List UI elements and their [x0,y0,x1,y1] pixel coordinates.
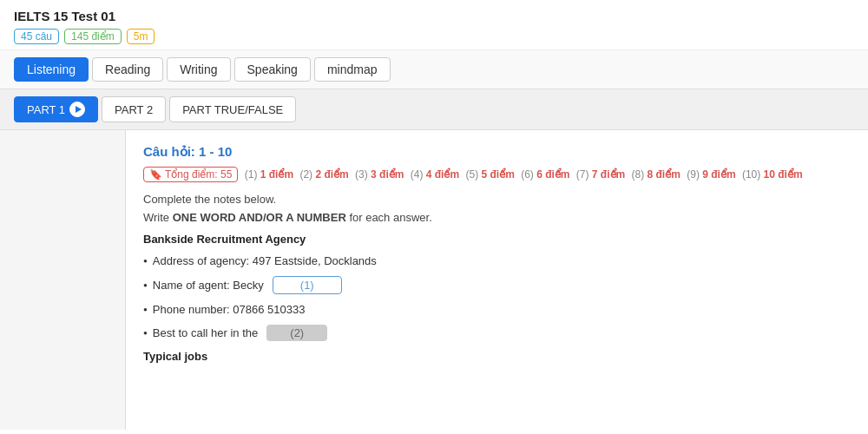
score-row: 🔖 Tổng điểm: 55 (1) 1 điểm (2) 2 điểm (3… [143,167,851,182]
score-item-6: (6) 6 điểm [518,168,570,181]
top-bar: IELTS 15 Test 01 45 câu 145 điểm 5m [0,0,868,50]
answer-input-1[interactable] [273,276,342,294]
instruction-2: Write ONE WORD AND/OR A NUMBER for each … [143,211,851,224]
bullet-phone: Phone number: 07866 510333 [143,303,851,316]
badge-questions: 45 câu [14,29,59,44]
sub-tabs: PART 1 PART 2 PART TRUE/FALSE [0,89,868,130]
bullet-address: Address of agency: 497 Eastside, Docklan… [143,254,851,267]
score-item-2: (2) 2 điểm [297,168,349,181]
badges-row: 45 câu 145 điểm 5m [14,29,854,44]
score-item-9: (9) 9 điểm [684,168,736,181]
bookmark-icon: 🔖 [149,168,162,181]
score-item-8: (8) 8 điểm [628,168,681,181]
typical-jobs-title: Typical jobs [143,350,851,363]
agency-title: Bankside Recruitment Agency [143,233,851,246]
tab-listening[interactable]: Listening [14,57,89,82]
section-heading: Câu hỏi: 1 - 10 [143,144,851,160]
instruction-1: Complete the notes below. [143,193,851,206]
tab-reading[interactable]: Reading [92,57,163,82]
bullet-call-time: Best to call her in the (2) [143,325,851,341]
badge-time: 5m [127,29,155,44]
main-tabs: Listening Reading Writing Speaking mindm… [0,50,868,89]
total-score-badge: 🔖 Tổng điểm: 55 [143,167,238,182]
score-item-5: (5) 5 điểm [463,168,515,181]
content-area: Câu hỏi: 1 - 10 🔖 Tổng điểm: 55 (1) 1 đi… [0,130,868,430]
tab-mindmap[interactable]: mindmap [314,57,391,82]
right-panel: Câu hỏi: 1 - 10 🔖 Tổng điểm: 55 (1) 1 đi… [126,130,868,430]
bullet-agent-name: Name of agent: Becky [143,276,851,294]
left-panel [0,130,126,430]
subtab-part1[interactable]: PART 1 [14,96,98,122]
answer-input-2[interactable]: (2) [266,325,327,341]
score-item-1: (1) 1 điểm [241,168,293,181]
tab-speaking[interactable]: Speaking [234,57,311,82]
score-item-7: (7) 7 điểm [574,168,626,181]
subtab-parttrue[interactable]: PART TRUE/FALSE [169,96,296,122]
tab-writing[interactable]: Writing [167,57,230,82]
total-score-label: Tổng điểm: 55 [165,168,232,181]
score-item-4: (4) 4 điểm [407,168,459,181]
badge-score: 145 điểm [64,29,122,44]
page-title: IELTS 15 Test 01 [14,9,854,23]
score-item-3: (3) 3 điểm [352,168,404,181]
subtab-part2[interactable]: PART 2 [102,96,166,122]
play-icon [69,102,85,117]
part1-label: PART 1 [27,103,65,116]
score-item-10: (10) 10 điểm [740,168,803,181]
